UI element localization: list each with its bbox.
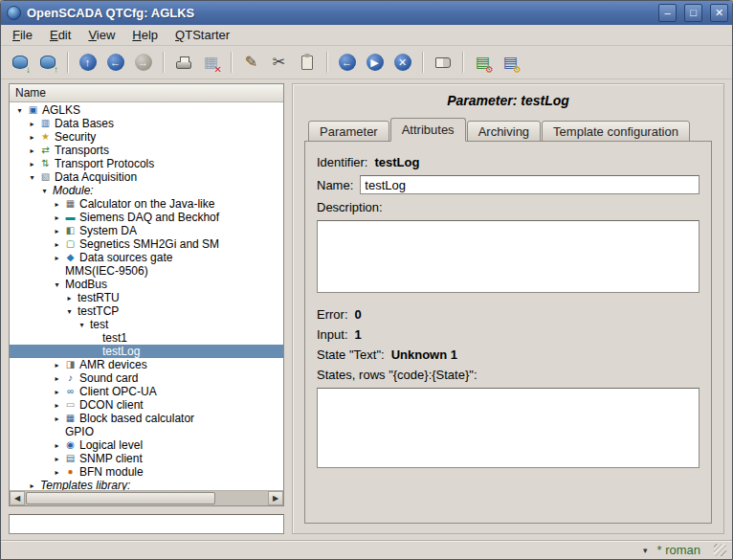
menu-view[interactable]: View — [79, 26, 123, 44]
expand-arrow-icon[interactable]: ▸ — [26, 120, 38, 128]
tree-item-logical-level[interactable]: ▸◉Logical level — [10, 438, 283, 452]
scrollbar-track[interactable] — [25, 491, 268, 505]
tree-item-data-sources-gate[interactable]: ▸◆Data sources gate — [10, 251, 283, 264]
stop-item-button[interactable]: ✕ — [389, 50, 415, 76]
expand-arrow-icon[interactable]: ▸ — [26, 133, 38, 142]
tree-item-aglks[interactable]: ▾▣AGLKS — [10, 103, 283, 117]
tree-search-input[interactable] — [9, 514, 284, 534]
tree-item-gpio[interactable]: GPIO — [10, 425, 283, 438]
tree-item-data-bases[interactable]: ▸▥Data Bases — [10, 117, 283, 130]
tree-item-data-acquisition[interactable]: ▾▧Data Acquisition — [10, 170, 283, 184]
tree-item-calculator-on-the-java-like[interactable]: ▸▦Calculator on the Java-like — [10, 197, 283, 211]
tab-attributes[interactable]: Attributes — [390, 118, 466, 142]
expand-arrow-icon[interactable]: ▸ — [51, 414, 63, 423]
expand-arrow-icon[interactable]: ▸ — [51, 388, 63, 396]
tree-item-sound-card[interactable]: ▸♪Sound card — [10, 371, 283, 385]
states-rows-textarea[interactable] — [317, 388, 700, 468]
collapse-arrow-icon[interactable]: ▾ — [26, 173, 38, 182]
tree-horizontal-scrollbar[interactable]: ◀ ▶ — [10, 490, 283, 505]
expand-arrow-icon[interactable]: ▸ — [63, 294, 76, 302]
tree-item-snmp-client[interactable]: ▸▤SNMP client — [10, 452, 283, 465]
name-input[interactable] — [360, 175, 700, 194]
tree-item-testlog[interactable]: testLog — [10, 345, 283, 358]
collapse-arrow-icon[interactable]: ▾ — [76, 321, 88, 329]
tree-item-templates-library[interactable]: ▸Templates library: — [10, 479, 283, 490]
tree-item-system-da[interactable]: ▸◧System DA — [10, 224, 283, 237]
titlebar[interactable]: OpenSCADA QTCfg: AGLKS – □ ✕ — [1, 1, 732, 25]
remove-item-button[interactable]: ▦✕ — [198, 50, 224, 76]
menu-qtstarter[interactable]: QTStarter — [167, 26, 238, 44]
go-up-button[interactable]: ↑ — [75, 50, 100, 76]
collapse-arrow-icon[interactable]: ▾ — [51, 280, 63, 289]
expand-arrow-icon[interactable]: ▸ — [26, 160, 38, 168]
tree-item-security[interactable]: ▸★Security — [10, 130, 283, 144]
close-button[interactable]: ✕ — [710, 4, 728, 22]
expand-arrow-icon[interactable]: ▸ — [26, 482, 38, 490]
tree-item-block-based-calculator[interactable]: ▸▦Block based calculator — [10, 412, 283, 425]
tree-item-test[interactable]: ▾test — [10, 318, 283, 331]
tree-item-segnetics-smh2gi-and-sm[interactable]: ▸▢Segnetics SMH2Gi and SM — [10, 237, 283, 251]
expand-arrow-icon[interactable]: ▸ — [51, 227, 63, 235]
scroll-left-icon[interactable]: ◀ — [10, 491, 25, 505]
tree-item-client-opc-ua[interactable]: ▸∞Client OPC-UA — [10, 385, 283, 398]
edit-item-button[interactable]: ✎ — [238, 50, 264, 76]
sound-icon: ♪ — [63, 373, 78, 383]
minimize-button[interactable]: – — [658, 4, 677, 22]
expand-arrow-icon[interactable]: ▸ — [51, 441, 63, 450]
manual-button[interactable] — [430, 50, 455, 76]
expand-arrow-icon[interactable]: ▸ — [51, 401, 63, 410]
tree-item-siemens-daq-and-beckhof[interactable]: ▸▬Siemens DAQ and Beckhof — [10, 211, 283, 224]
start-item-button[interactable]: ▶ — [362, 50, 388, 76]
expand-arrow-icon[interactable]: ▸ — [51, 240, 63, 249]
go-back-button[interactable]: ← — [102, 50, 128, 76]
collapse-arrow-icon[interactable]: ▾ — [13, 106, 26, 115]
tree-item-testrtu[interactable]: ▸testRTU — [10, 291, 283, 304]
tree-item-transport-protocols[interactable]: ▸⇅Transport Protocols — [10, 157, 283, 170]
expand-arrow-icon[interactable]: ▸ — [51, 254, 63, 262]
scrollbar-thumb[interactable] — [26, 492, 215, 504]
menu-edit[interactable]: Edit — [41, 26, 79, 44]
scroll-right-icon[interactable]: ▶ — [268, 491, 283, 505]
paste-item-button[interactable] — [294, 50, 320, 76]
expand-arrow-icon[interactable]: ▸ — [51, 361, 63, 370]
tree-item-label: Security — [53, 130, 96, 144]
save-to-db-button[interactable]: ↑ — [34, 50, 60, 76]
description-textarea[interactable] — [317, 220, 700, 293]
tab-parameter[interactable]: Parameter — [308, 121, 389, 142]
expand-arrow-icon[interactable]: ▸ — [26, 146, 38, 155]
qtstarter-vision-button[interactable]: ▤⚙ — [498, 50, 523, 76]
status-bar: ▾ * roman — [1, 540, 732, 559]
expand-arrow-icon[interactable]: ▸ — [51, 200, 63, 209]
tree-item-mms-iec-9506[interactable]: MMS(IEC-9506) — [10, 264, 283, 278]
go-forward-button[interactable]: → — [130, 50, 156, 76]
stop-circle-icon: ✕ — [394, 54, 411, 71]
tree-header-name[interactable]: Name — [10, 84, 283, 102]
tab-archiving[interactable]: Archiving — [467, 121, 541, 142]
tree-item-testtcp[interactable]: ▾testTCP — [10, 304, 283, 318]
load-from-db-button[interactable]: ↓ — [7, 50, 33, 76]
tab-template-configuration[interactable]: Template configuration — [542, 121, 690, 142]
tree-item-dcon-client[interactable]: ▸▭DCON client — [10, 398, 283, 412]
maximize-button[interactable]: □ — [684, 4, 702, 22]
menu-help[interactable]: Help — [123, 26, 167, 44]
tree-item-bfn-module[interactable]: ▸●BFN module — [10, 465, 283, 479]
collapse-arrow-icon[interactable]: ▾ — [63, 307, 76, 316]
menu-file[interactable]: File — [4, 26, 41, 44]
cut-item-button[interactable]: ✂ — [266, 50, 292, 76]
expand-arrow-icon[interactable]: ▸ — [51, 374, 63, 383]
collapse-arrow-icon[interactable]: ▾ — [38, 187, 51, 195]
expand-arrow-icon[interactable]: ▸ — [51, 213, 63, 222]
resize-grip[interactable] — [714, 544, 726, 556]
print-button[interactable] — [170, 50, 196, 76]
reload-item-button[interactable]: ← — [334, 50, 360, 76]
tree-item-amr-devices[interactable]: ▸◨AMR devices — [10, 358, 283, 371]
tree-item-test1[interactable]: test1 — [10, 331, 283, 345]
tree-item-transports[interactable]: ▸⇄Transports — [10, 144, 283, 157]
expand-arrow-icon[interactable]: ▸ — [51, 468, 63, 477]
user-menu-arrow-icon[interactable]: ▾ — [643, 546, 648, 555]
tree-item-modbus[interactable]: ▾ModBus — [10, 278, 283, 291]
toolbar-separator — [67, 52, 68, 73]
expand-arrow-icon[interactable]: ▸ — [51, 455, 63, 463]
qtstarter-config-button[interactable]: ▤⚙ — [470, 50, 496, 76]
tree-item-module[interactable]: ▾Module: — [10, 184, 283, 197]
